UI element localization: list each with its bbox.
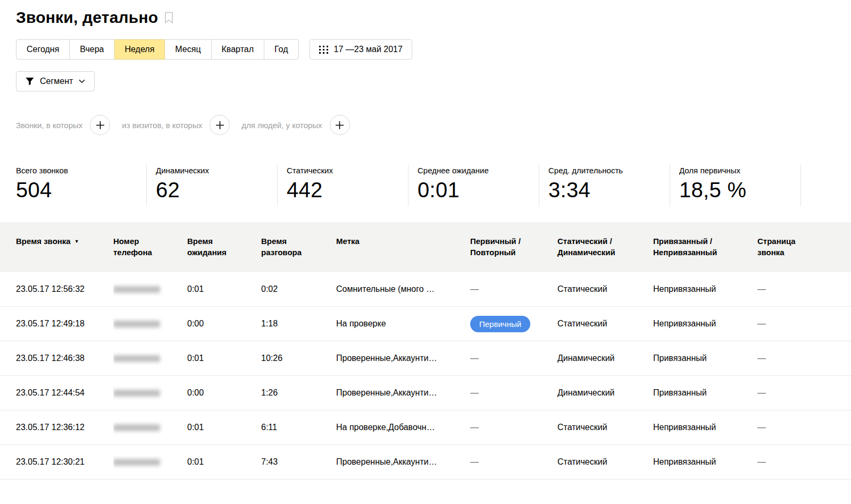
cell-wait-time: 0:01 <box>187 341 261 375</box>
page-title: Звонки, детально <box>16 9 158 27</box>
period-tab-group: СегодняВчераНеделяМесяцКварталГод <box>16 39 299 60</box>
cell-static-dynamic-text: Динамический <box>557 388 615 398</box>
cell-phone-number <box>113 445 187 479</box>
column-header-talk-time[interactable]: Время разговора <box>261 222 336 272</box>
calls-table: Время звонка▼Номер телефонаВремя ожидани… <box>0 222 851 480</box>
metric-value: 0:01 <box>418 179 533 201</box>
date-range-button[interactable]: 17 —23 май 2017 <box>310 39 412 60</box>
period-tab-today[interactable]: Сегодня <box>16 39 70 60</box>
cell-talk-time-text: 0:02 <box>261 284 278 294</box>
metric-value: 442 <box>287 179 403 201</box>
filter-group-label-people: для людей, у которых <box>241 121 322 130</box>
primary-badge: Первичный <box>470 316 530 332</box>
column-header-primary-repeat[interactable]: Первичный / Повторный <box>470 222 557 272</box>
segment-button-label: Сегмент <box>40 77 73 86</box>
period-tab-month[interactable]: Месяц <box>164 39 211 60</box>
cell-label-text: Сомнительные (много … <box>336 284 435 294</box>
cell-call-time-text: 23.05.17 12:30:21 <box>16 457 85 467</box>
cell-wait-time: 0:00 <box>187 376 261 410</box>
cell-bound-unbound: Непривязанный <box>653 445 757 479</box>
table-row: 23.05.17 12:46:380:0110:26Проверенные,Ак… <box>0 341 851 376</box>
cell-wait-time-text: 0:01 <box>187 457 204 467</box>
cell-call-time: 23.05.17 12:46:38 <box>16 341 113 375</box>
cell-bound-unbound: Привязанный <box>653 376 757 410</box>
cell-call-page-text: — <box>757 354 766 363</box>
metric-value: 504 <box>16 179 141 201</box>
cell-wait-time: 0:01 <box>187 410 261 444</box>
cell-talk-time-text: 6:11 <box>261 423 277 432</box>
calendar-icon <box>319 46 328 54</box>
phone-number-redacted <box>113 355 160 362</box>
table-row: 23.05.17 12:56:320:010:02Сомнительные (м… <box>0 272 851 307</box>
cell-primary-repeat: — <box>470 410 557 444</box>
cell-call-page-text: — <box>757 319 766 329</box>
column-header-phone-number[interactable]: Номер телефона <box>113 222 187 272</box>
metric-avg-wait: Среднее ожидание0:01 <box>408 165 539 206</box>
cell-bound-unbound: Непривязанный <box>653 307 757 341</box>
add-filter-button-people[interactable] <box>330 115 350 135</box>
column-header-call-time[interactable]: Время звонка▼ <box>16 222 113 272</box>
cell-primary-repeat-text: — <box>470 388 479 398</box>
cell-primary-repeat: — <box>470 272 557 306</box>
cell-call-time: 23.05.17 12:44:54 <box>16 376 113 410</box>
metric-label: Доля первичных <box>679 166 795 175</box>
date-range-label: 17 —23 май 2017 <box>334 45 403 54</box>
filter-builder-row: Звонки, в которыхиз визитов, в которыхдл… <box>0 115 851 135</box>
cell-static-dynamic: Статический <box>557 445 653 479</box>
column-header-static-dynamic[interactable]: Статический / Динамический <box>557 222 653 272</box>
cell-wait-time: 0:01 <box>187 272 261 306</box>
period-tab-week[interactable]: Неделя <box>114 39 165 60</box>
cell-call-time-text: 23.05.17 12:56:32 <box>16 284 85 294</box>
cell-static-dynamic-text: Статический <box>557 284 607 294</box>
bookmark-icon[interactable] <box>164 12 173 24</box>
cell-label-text: Проверенные,Аккаунти… <box>336 354 437 363</box>
cell-label: На проверке,Добавочн… <box>336 410 470 444</box>
cell-label-text: Проверенные,Аккаунти… <box>336 457 437 467</box>
period-tab-quarter[interactable]: Квартал <box>211 39 264 60</box>
column-header-label[interactable]: Метка <box>336 222 470 272</box>
cell-label: Проверенные,Аккаунти… <box>336 341 470 375</box>
cell-call-page: — <box>757 341 835 375</box>
cell-phone-number <box>113 376 187 410</box>
cell-static-dynamic-text: Статический <box>557 457 607 467</box>
cell-wait-time-text: 0:00 <box>187 388 204 398</box>
column-header-wait-time[interactable]: Время ожидания <box>187 222 261 272</box>
cell-bound-unbound-text: Непривязанный <box>653 457 716 467</box>
sort-desc-arrow: ▼ <box>74 239 79 244</box>
cell-static-dynamic: Динамический <box>557 376 653 410</box>
add-filter-button-calls[interactable] <box>90 115 110 135</box>
segment-button[interactable]: Сегмент <box>16 71 95 91</box>
period-tab-yesterday[interactable]: Вчера <box>69 39 114 60</box>
plus-icon <box>336 121 344 129</box>
segment-row: Сегмент <box>0 71 851 91</box>
cell-label: Сомнительные (много … <box>336 272 470 306</box>
period-tab-year[interactable]: Год <box>264 39 298 60</box>
cell-call-time: 23.05.17 12:56:32 <box>16 272 113 306</box>
cell-talk-time: 10:26 <box>261 341 336 375</box>
page-header: Звонки, детально <box>0 9 851 27</box>
cell-static-dynamic-text: Динамический <box>557 354 615 363</box>
table-row: 23.05.17 12:44:540:001:26Проверенные,Акк… <box>0 376 851 410</box>
cell-static-dynamic-text: Статический <box>557 423 607 432</box>
cell-static-dynamic: Статический <box>557 272 653 306</box>
phone-number-redacted <box>113 321 160 327</box>
cell-talk-time: 1:26 <box>261 376 336 410</box>
cell-bound-unbound-text: Непривязанный <box>653 319 716 329</box>
cell-label-text: На проверке <box>336 319 386 329</box>
cell-label-text: На проверке,Добавочн… <box>336 423 435 432</box>
column-header-call-page[interactable]: Страница звонка <box>757 222 835 272</box>
cell-call-time-text: 23.05.17 12:44:54 <box>16 388 85 398</box>
cell-call-page: — <box>757 272 835 306</box>
cell-phone-number <box>113 410 187 444</box>
metric-value: 3:34 <box>548 179 664 201</box>
cell-primary-repeat: Первичный <box>470 307 557 341</box>
cell-bound-unbound: Непривязанный <box>653 272 757 306</box>
cell-call-time-text: 23.05.17 12:36:12 <box>16 423 85 432</box>
cell-primary-repeat-text: — <box>470 423 479 432</box>
cell-call-page: — <box>757 376 835 410</box>
add-filter-button-visits[interactable] <box>210 115 230 135</box>
cell-call-page-text: — <box>757 284 766 294</box>
metric-static: Статических442 <box>278 165 408 206</box>
column-header-bound-unbound[interactable]: Привязанный / Непривязанный <box>653 222 757 272</box>
cell-wait-time-text: 0:01 <box>187 354 204 363</box>
